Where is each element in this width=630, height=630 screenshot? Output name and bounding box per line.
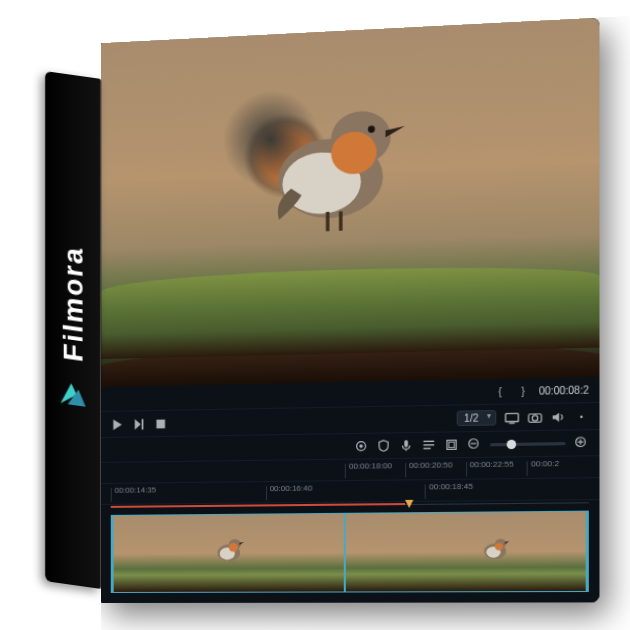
- svg-rect-6: [339, 212, 342, 231]
- svg-rect-5: [326, 212, 329, 231]
- playback-quality-select[interactable]: 1/2: [457, 410, 496, 426]
- preview-viewport[interactable]: [101, 17, 599, 387]
- preview-moss: [101, 262, 599, 360]
- record-icon[interactable]: [354, 439, 368, 454]
- tick-label: 00:00:18:45: [429, 482, 473, 492]
- thumbnail-bird-icon: [453, 526, 540, 566]
- zoom-in-icon[interactable]: [574, 435, 589, 450]
- filmora-logo-icon: [55, 375, 91, 416]
- camera-icon[interactable]: [528, 410, 543, 425]
- more-icon[interactable]: [574, 409, 589, 424]
- shield-icon[interactable]: [376, 439, 390, 454]
- mic-icon[interactable]: [399, 438, 413, 453]
- display-icon[interactable]: [505, 410, 520, 425]
- played-region: [111, 503, 405, 508]
- product-name: Filmora: [57, 244, 89, 364]
- box-spine: Filmora: [45, 71, 101, 589]
- svg-rect-19: [423, 444, 434, 446]
- svg-point-35: [495, 543, 503, 550]
- svg-rect-9: [506, 413, 519, 421]
- svg-rect-18: [423, 441, 434, 443]
- tick-label: 00:00:16:40: [270, 484, 313, 494]
- tick-label: 00:00:2: [531, 459, 559, 469]
- marker-prev-button[interactable]: {: [493, 384, 508, 399]
- product-box: Filmora: [35, 35, 595, 595]
- svg-rect-8: [156, 419, 165, 428]
- tick-label: 00:00:20:50: [409, 460, 453, 470]
- preview-bird: [236, 68, 435, 252]
- svg-point-13: [580, 415, 583, 418]
- current-timecode: 00:00:08:2: [539, 384, 589, 396]
- editor-window: { } 00:00:08:2 1/2: [101, 17, 599, 603]
- zoom-slider[interactable]: [490, 442, 566, 446]
- timeline-track[interactable]: [101, 506, 599, 603]
- svg-rect-16: [404, 440, 408, 447]
- svg-point-12: [532, 415, 538, 421]
- clip-thumbnail[interactable]: [345, 511, 589, 593]
- tick-label: 00:00:22:55: [470, 459, 514, 469]
- clip-thumbnail[interactable]: [111, 513, 345, 593]
- thumbnail-bird-icon: [182, 528, 279, 567]
- speaker-icon[interactable]: [551, 409, 566, 424]
- svg-point-15: [359, 444, 363, 448]
- svg-rect-24: [471, 443, 476, 444]
- svg-rect-22: [449, 442, 454, 447]
- svg-rect-17: [406, 449, 407, 451]
- svg-rect-10: [509, 422, 514, 423]
- svg-point-31: [229, 543, 238, 552]
- svg-rect-20: [423, 448, 430, 450]
- control-panel: { } 00:00:08:2 1/2: [101, 377, 599, 603]
- stop-icon[interactable]: [154, 416, 168, 430]
- play-icon[interactable]: [111, 417, 125, 431]
- step-forward-icon[interactable]: [132, 417, 146, 431]
- zoom-out-icon[interactable]: [467, 437, 482, 452]
- crop-icon[interactable]: [444, 437, 459, 452]
- tick-label: 00:00:14:35: [115, 485, 156, 494]
- marker-next-button[interactable]: }: [516, 383, 531, 398]
- svg-rect-7: [142, 419, 144, 430]
- list-icon[interactable]: [422, 438, 436, 453]
- svg-rect-27: [580, 439, 581, 444]
- tick-label: 00:00:18:00: [349, 461, 392, 471]
